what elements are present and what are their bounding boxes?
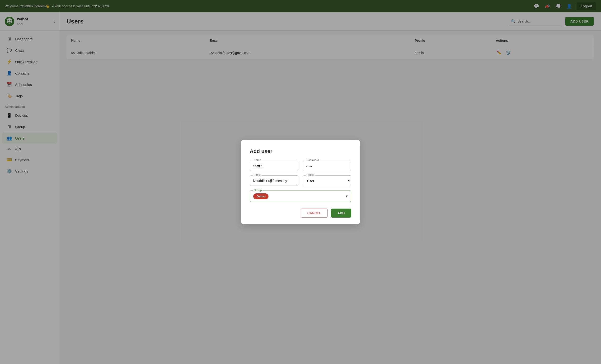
group-dropdown-arrow: ▾ [346,194,348,199]
cancel-button[interactable]: CANCEL [301,209,327,217]
profile-field-group: Profile User Admin [303,175,351,186]
modal-overlay: Add user Name Password Email Profile Use… [0,0,601,364]
name-field-group: Name [250,161,298,171]
email-input[interactable] [250,175,298,186]
email-label: Email [252,173,261,177]
group-field-group: Group Demo ▾ [250,191,351,202]
name-input[interactable] [250,161,298,171]
password-label: Password [305,158,320,162]
password-input[interactable] [303,161,351,171]
group-tags-area: Demo [253,194,269,198]
form-row-group: Group Demo ▾ [250,191,351,202]
form-row-name-password: Name Password [250,161,351,171]
profile-label: Profile [305,173,315,177]
modal-title: Add user [250,148,351,155]
group-select-wrapper[interactable]: Group Demo ▾ [250,191,351,202]
form-row-email-profile: Email Profile User Admin [250,175,351,186]
group-label: Group [253,189,262,192]
name-label: Name [252,158,262,162]
demo-group-tag: Demo [253,193,269,199]
modal-footer: CANCEL ADD [250,209,351,217]
password-field-group: Password [303,161,351,171]
add-button[interactable]: ADD [331,209,351,217]
email-field-group: Email [250,175,298,186]
profile-select[interactable]: User Admin [303,175,351,186]
add-user-modal: Add user Name Password Email Profile Use… [241,140,360,224]
